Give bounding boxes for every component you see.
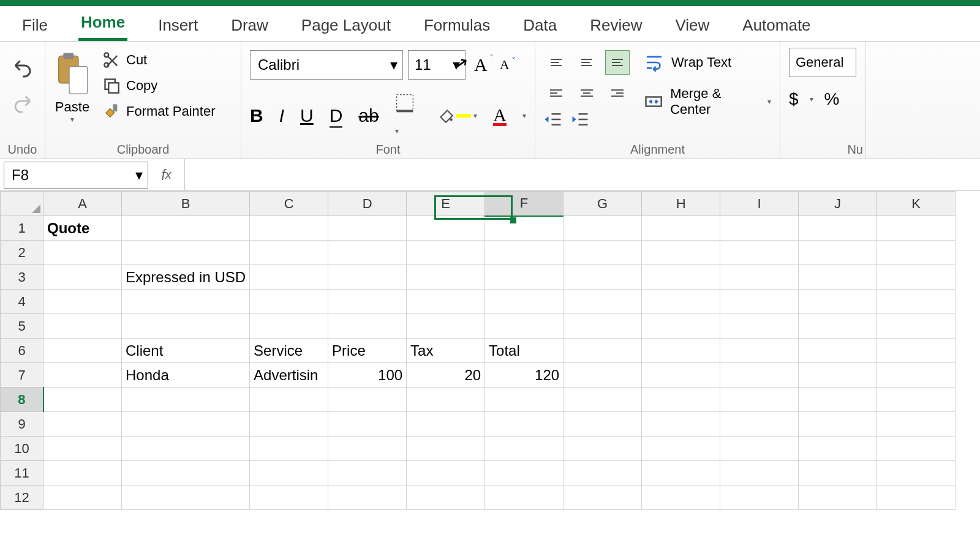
cell-F4[interactable] [485, 290, 564, 314]
cell-E7[interactable]: 20 [407, 363, 485, 388]
borders-button[interactable]: ▾ [395, 93, 422, 138]
strikethrough-button[interactable]: ab [358, 105, 379, 126]
increase-indent-button[interactable] [571, 111, 589, 130]
cell-K6[interactable] [877, 339, 956, 363]
cell-J5[interactable] [799, 314, 877, 339]
formula-input[interactable] [185, 159, 980, 190]
cell-D2[interactable] [328, 241, 407, 265]
row-header-8[interactable]: 8 [1, 388, 43, 412]
cell-G4[interactable] [564, 290, 642, 314]
cell-B2[interactable] [122, 241, 250, 265]
cell-B9[interactable] [122, 412, 250, 437]
cell-I1[interactable] [720, 216, 799, 241]
cell-I3[interactable] [720, 265, 799, 290]
cell-G5[interactable] [564, 314, 642, 339]
align-top-button[interactable] [544, 50, 568, 75]
col-header-E[interactable]: E [407, 192, 485, 216]
cell-F11[interactable] [485, 461, 564, 485]
cell-K12[interactable] [877, 485, 956, 510]
cell-E4[interactable] [407, 290, 485, 314]
cell-G3[interactable] [564, 265, 642, 290]
cell-K5[interactable] [877, 314, 956, 339]
cell-C4[interactable] [250, 290, 328, 314]
cell-A7[interactable] [43, 363, 122, 388]
paste-button[interactable]: Paste ▾ [54, 47, 91, 124]
cell-G7[interactable] [564, 363, 642, 388]
col-header-D[interactable]: D [328, 192, 407, 216]
cell-E5[interactable] [407, 314, 485, 339]
cell-J8[interactable] [799, 388, 877, 412]
cell-K2[interactable] [877, 241, 956, 265]
cell-F9[interactable] [485, 412, 564, 437]
cell-I12[interactable] [720, 485, 799, 510]
cell-B6[interactable]: Client [122, 339, 250, 363]
number-format-select[interactable]: General [789, 48, 856, 77]
tab-view[interactable]: View [673, 10, 712, 41]
cell-H1[interactable] [642, 216, 720, 241]
align-right-button[interactable] [605, 81, 630, 105]
cell-H12[interactable] [642, 485, 720, 510]
cell-G1[interactable] [564, 216, 642, 241]
cell-I6[interactable] [720, 339, 799, 363]
cell-J7[interactable] [799, 363, 877, 388]
cell-A10[interactable] [43, 437, 122, 461]
cell-I7[interactable] [720, 363, 799, 388]
tab-formulas[interactable]: Formulas [421, 10, 492, 41]
cell-F7[interactable]: 120 [485, 363, 564, 388]
cell-E12[interactable] [407, 485, 485, 510]
cell-C5[interactable] [250, 314, 328, 339]
cell-C10[interactable] [250, 437, 328, 461]
row-header-12[interactable]: 12 [1, 485, 43, 510]
decrease-indent-button[interactable] [544, 111, 562, 130]
cell-A9[interactable] [43, 412, 122, 437]
cell-K4[interactable] [877, 290, 956, 314]
align-bottom-button[interactable] [605, 50, 630, 75]
cell-A8[interactable] [43, 388, 122, 412]
cell-H11[interactable] [642, 461, 720, 485]
cell-C8[interactable] [250, 388, 328, 412]
tab-insert[interactable]: Insert [156, 10, 200, 41]
cell-H3[interactable] [642, 265, 720, 290]
format-painter-button[interactable]: Format Painter [103, 103, 216, 120]
cell-C12[interactable] [250, 485, 328, 510]
cell-B4[interactable] [122, 290, 250, 314]
increase-font-button[interactable]: A˄ [470, 54, 491, 75]
cell-C6[interactable]: Service [250, 339, 328, 363]
cell-C1[interactable] [250, 216, 328, 241]
cell-D1[interactable] [328, 216, 407, 241]
cell-J12[interactable] [799, 485, 877, 510]
paste-dropdown[interactable]: ▾ [70, 115, 74, 124]
cell-B3[interactable]: Expressed in USD [122, 265, 250, 290]
cell-I4[interactable] [720, 290, 799, 314]
undo-button[interactable] [12, 56, 34, 81]
cell-D9[interactable] [328, 412, 407, 437]
font-color-button[interactable]: A [493, 105, 507, 126]
col-header-H[interactable]: H [642, 192, 720, 216]
underline-button[interactable]: U [300, 105, 314, 126]
cell-D7[interactable]: 100 [328, 363, 407, 388]
cell-J3[interactable] [799, 265, 877, 290]
cell-H2[interactable] [642, 241, 720, 265]
cell-H4[interactable] [642, 290, 720, 314]
cell-A4[interactable] [43, 290, 122, 314]
cell-A5[interactable] [43, 314, 122, 339]
cell-J10[interactable] [799, 437, 877, 461]
tab-page-layout[interactable]: Page Layout [299, 10, 393, 41]
cut-button[interactable]: Cut [103, 51, 216, 69]
cell-B10[interactable] [122, 437, 250, 461]
cell-J6[interactable] [799, 339, 877, 363]
cell-I11[interactable] [720, 461, 799, 485]
row-header-7[interactable]: 7 [1, 363, 43, 388]
select-all-corner[interactable] [1, 192, 43, 216]
cell-K1[interactable] [877, 216, 956, 241]
cell-A2[interactable] [43, 241, 122, 265]
copy-button[interactable]: Copy [103, 77, 216, 94]
col-header-J[interactable]: J [799, 192, 877, 216]
cell-G8[interactable] [564, 388, 642, 412]
cell-F10[interactable] [485, 437, 564, 461]
col-header-I[interactable]: I [720, 192, 799, 216]
row-header-2[interactable]: 2 [1, 241, 43, 265]
cell-H9[interactable] [642, 412, 720, 437]
cell-K11[interactable] [877, 461, 956, 485]
cell-A11[interactable] [43, 461, 122, 485]
